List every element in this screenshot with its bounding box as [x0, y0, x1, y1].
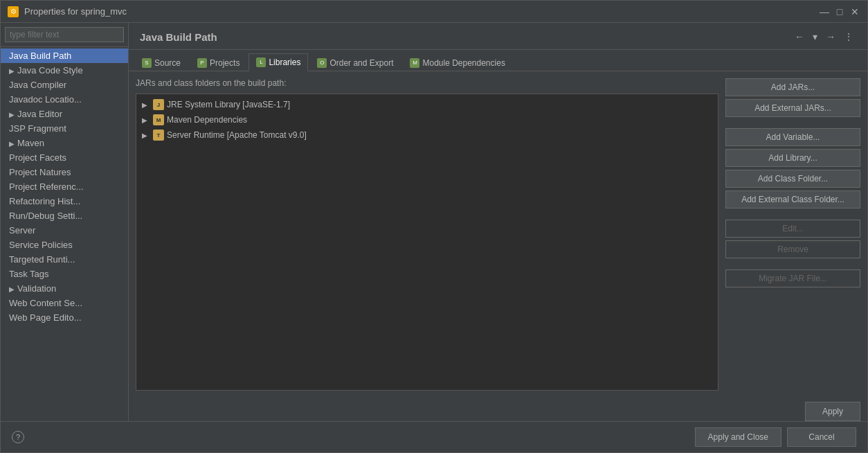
- tree-item-maven-dependencies[interactable]: ▶MMaven Dependencies: [136, 112, 718, 127]
- button-separator: [725, 211, 860, 217]
- tab-icon-order-export: O: [317, 58, 327, 68]
- sidebar-item-javadoc-location[interactable]: Javadoc Locatio...: [1, 92, 128, 107]
- sidebar-list: Java Build Path▶Java Code StyleJava Comp…: [1, 47, 128, 421]
- edit-button: Edit...: [725, 220, 860, 238]
- tab-label-source: Source: [154, 58, 181, 68]
- remove-button: Remove: [725, 240, 860, 258]
- apply-button[interactable]: Apply: [805, 402, 860, 421]
- expand-arrow-validation: ▶: [9, 285, 15, 293]
- header-actions: ← ▾ → ⋮: [792, 30, 856, 44]
- add-jars-button[interactable]: Add JARs...: [725, 78, 860, 96]
- add-external-class-folder-button[interactable]: Add External Class Folder...: [725, 190, 860, 208]
- sidebar-item-project-facets[interactable]: Project Facets: [1, 150, 128, 165]
- build-path-tree[interactable]: ▶JJRE System Library [JavaSE-1.7]▶MMaven…: [136, 94, 718, 391]
- menu-button[interactable]: ⋮: [841, 30, 856, 44]
- sidebar-item-refactoring-history[interactable]: Refactoring Hist...: [1, 194, 128, 208]
- content-title: Java Build Path: [140, 31, 217, 43]
- cancel-button[interactable]: Cancel: [787, 427, 856, 447]
- main-panel: JARs and class folders on the build path…: [136, 78, 718, 391]
- sidebar-item-project-references[interactable]: Project Referenc...: [1, 179, 128, 194]
- properties-window: ⚙ Properties for spring_mvc — □ ✕ Java B…: [0, 0, 868, 453]
- minimize-button[interactable]: —: [819, 6, 830, 17]
- button-panel: Add JARs...Add External JARs...Add Varia…: [718, 78, 860, 391]
- sidebar-item-task-tags[interactable]: Task Tags: [1, 267, 128, 281]
- forward-button[interactable]: →: [823, 30, 838, 44]
- tab-label-module-dependencies: Module Dependencies: [422, 58, 505, 68]
- tree-item-server-runtime[interactable]: ▶TServer Runtime [Apache Tomcat v9.0]: [136, 127, 718, 143]
- sidebar-item-java-compiler[interactable]: Java Compiler: [1, 78, 128, 92]
- tree-item-jre-library[interactable]: ▶JJRE System Library [JavaSE-1.7]: [136, 97, 718, 112]
- sidebar: Java Build Path▶Java Code StyleJava Comp…: [1, 23, 129, 421]
- content-area: Java Build Path ← ▾ → ⋮ SSourcePProjects…: [129, 23, 867, 421]
- description-text: JARs and class folders on the build path…: [136, 78, 718, 88]
- sidebar-item-server[interactable]: Server: [1, 223, 128, 238]
- migrate-jar-button: Migrate JAR File...: [725, 269, 860, 287]
- button-separator: [725, 120, 860, 125]
- tree-icon-server-runtime: T: [153, 130, 164, 141]
- expand-arrow-maven: ▶: [9, 140, 15, 148]
- add-external-jars-button[interactable]: Add External JARs...: [725, 99, 860, 117]
- sidebar-item-java-code-style[interactable]: ▶Java Code Style: [1, 63, 128, 78]
- button-separator: [725, 261, 860, 267]
- tab-label-libraries: Libraries: [269, 57, 300, 67]
- sidebar-item-maven[interactable]: ▶Maven: [1, 136, 128, 150]
- expand-arrow-java-editor: ▶: [9, 111, 15, 118]
- sidebar-item-run-debug-settings[interactable]: Run/Debug Setti...: [1, 208, 128, 223]
- close-button[interactable]: ✕: [849, 6, 860, 17]
- tab-projects[interactable]: PProjects: [190, 53, 247, 71]
- sidebar-item-web-content-settings[interactable]: Web Content Se...: [1, 296, 128, 310]
- tab-label-order-export: Order and Export: [329, 58, 393, 68]
- tree-icon-maven-dependencies: M: [153, 114, 164, 125]
- tab-icon-projects: P: [197, 58, 207, 68]
- sidebar-item-validation[interactable]: ▶Validation: [1, 281, 128, 296]
- add-library-button[interactable]: Add Library...: [725, 149, 860, 167]
- nav-down-button[interactable]: ▾: [810, 30, 820, 44]
- tab-libraries[interactable]: LLibraries: [248, 53, 308, 71]
- content-header: Java Build Path ← ▾ → ⋮: [129, 23, 867, 50]
- tab-icon-module-dependencies: M: [410, 58, 419, 68]
- filter-input[interactable]: [5, 27, 124, 42]
- window-icon: ⚙: [8, 6, 19, 17]
- bottom-right: Apply and Close Cancel: [695, 427, 856, 447]
- add-variable-button[interactable]: Add Variable...: [725, 128, 860, 146]
- add-class-folder-button[interactable]: Add Class Folder...: [725, 170, 860, 188]
- sidebar-item-service-policies[interactable]: Service Policies: [1, 238, 128, 252]
- tab-module-dependencies[interactable]: MModule Dependencies: [402, 53, 512, 71]
- sidebar-item-jsp-fragment[interactable]: JSP Fragment: [1, 121, 128, 136]
- sidebar-filter-area: [1, 23, 128, 47]
- title-bar: ⚙ Properties for spring_mvc — □ ✕: [1, 1, 867, 23]
- bottom-bar: ? Apply and Close Cancel: [1, 421, 867, 452]
- tree-item-label-maven-dependencies: Maven Dependencies: [167, 115, 247, 125]
- title-bar-controls: — □ ✕: [819, 6, 860, 17]
- bottom-left: ?: [12, 431, 24, 443]
- help-button[interactable]: ?: [12, 431, 24, 443]
- tabs-bar: SSourcePProjectsLLibrariesOOrder and Exp…: [129, 50, 867, 71]
- tab-order-export[interactable]: OOrder and Export: [309, 53, 401, 71]
- tab-label-projects: Projects: [210, 58, 239, 68]
- main-layout: Java Build Path▶Java Code StyleJava Comp…: [1, 23, 867, 421]
- tree-arrow-server-runtime: ▶: [142, 132, 150, 139]
- window-title: Properties for spring_mvc: [24, 6, 819, 17]
- tree-icon-jre-library: J: [153, 99, 164, 110]
- apply-row: Apply: [129, 398, 867, 421]
- tab-icon-libraries: L: [256, 57, 266, 67]
- maximize-button[interactable]: □: [834, 6, 845, 17]
- tab-icon-source: S: [142, 58, 152, 68]
- content-body: JARs and class folders on the build path…: [129, 71, 867, 398]
- tree-item-label-jre-library: JRE System Library [JavaSE-1.7]: [167, 100, 290, 109]
- sidebar-item-java-editor[interactable]: ▶Java Editor: [1, 107, 128, 121]
- sidebar-item-targeted-runtimes[interactable]: Targeted Runti...: [1, 252, 128, 267]
- back-button[interactable]: ←: [792, 30, 807, 44]
- tree-arrow-jre-library: ▶: [142, 101, 150, 109]
- expand-arrow-java-code-style: ▶: [9, 67, 15, 75]
- sidebar-item-java-build-path[interactable]: Java Build Path: [1, 48, 128, 63]
- apply-close-button[interactable]: Apply and Close: [695, 427, 781, 447]
- tab-source[interactable]: SSource: [134, 53, 188, 71]
- tree-item-label-server-runtime: Server Runtime [Apache Tomcat v9.0]: [167, 130, 307, 140]
- tree-arrow-maven-dependencies: ▶: [142, 116, 150, 124]
- sidebar-item-web-page-editor[interactable]: Web Page Edito...: [1, 310, 128, 325]
- sidebar-item-project-natures[interactable]: Project Natures: [1, 165, 128, 179]
